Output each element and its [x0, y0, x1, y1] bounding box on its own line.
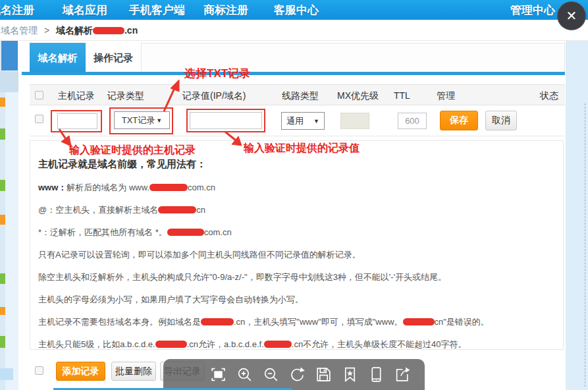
help-line: 主机头的字母必须为小写，如果用户填了大写字母会自动转换为小写。: [38, 294, 555, 306]
header-record-value: 记录值(IP/域名): [182, 90, 246, 102]
header-host-record: 主机记录: [58, 90, 95, 102]
record-table-header: 主机记录 记录类型 记录值(IP/域名) 线路类型 MX优先级 TTL 管理 状…: [30, 84, 565, 105]
zoom-out-icon[interactable]: [262, 366, 280, 383]
annotation-host-record-hint: 输入验证时提供的主机记录: [69, 144, 196, 157]
save-button[interactable]: 保存: [440, 111, 478, 130]
help-text-segment: 除空主机头和泛解析外，主机头的构成只允许"0-9/a-z/-"，即数字字母中划线…: [38, 272, 446, 282]
nav-item-domain-register[interactable]: 域名注册: [0, 3, 34, 18]
redacted-domain-scribble: [149, 184, 188, 191]
help-text-segment: com.cn: [188, 182, 215, 192]
help-line: 只有A记录可以设置轮询，即可以添加多个同主机头同线路但不同记录值的解析记录。: [38, 249, 555, 261]
left-edge-green-fragment: [0, 128, 5, 140]
header-ttl: TTL: [394, 90, 410, 101]
fit-screen-icon[interactable]: [209, 366, 227, 383]
cancel-button[interactable]: 取消: [485, 111, 517, 130]
left-edge-gray-fragment: [0, 71, 18, 92]
redacted-domain-scribble: [155, 341, 187, 348]
add-record-button[interactable]: 添加记录: [56, 362, 105, 381]
help-text-box: 主机记录就是域名前缀，常见用法有： www：解析后的域名为 www.com.cn…: [30, 140, 564, 350]
breadcrumb-separator: >: [44, 25, 49, 36]
footer-select-all-checkbox[interactable]: [35, 366, 43, 375]
help-line: *：泛解析，匹配其他所有域名 *。com.cn: [38, 227, 555, 238]
help-text-segment: .cn不允许，主机头单级长度不能超过40字符。: [292, 339, 467, 349]
tab-domain-resolution[interactable]: 域名解析: [30, 43, 86, 72]
left-edge-orange-fragment: [0, 307, 5, 315]
host-record-input[interactable]: [57, 113, 97, 129]
left-edge-orange-fragment: [0, 215, 5, 225]
breadcrumb-domain-management-link[interactable]: 域名管理: [1, 25, 38, 36]
header-record-type: 记录类型: [107, 90, 144, 102]
redacted-domain-scribble: [158, 206, 196, 213]
line-type-select[interactable]: 通用▼: [281, 112, 325, 130]
zoom-in-icon[interactable]: [236, 366, 254, 383]
left-edge-green-fragment: [0, 336, 5, 348]
bookmark-star-icon[interactable]: [341, 366, 359, 383]
nav-item-support[interactable]: 客服中心: [274, 3, 319, 18]
nav-item-domain-apps[interactable]: 域名应用: [63, 3, 107, 18]
help-text-segment: 主机头只能5级，比如a.b.c.d.e.: [38, 339, 155, 349]
chevron-down-icon: ▼: [156, 117, 162, 124]
management-center-label: 管理中心: [510, 4, 555, 16]
redacted-domain-scribble: [93, 27, 124, 34]
help-text-segment: cn"是错误的。: [435, 317, 489, 327]
left-edge-blue-fragment: [1, 41, 18, 70]
help-text-segment: 主机记录不需要包括域名本身。例如域名是: [38, 317, 201, 327]
tab-operation-log[interactable]: 操作记录: [86, 43, 142, 72]
help-line: @：空主机头，直接解析主域名cn: [38, 204, 555, 216]
tab-underline: [22, 72, 565, 75]
nav-item-mobile-client[interactable]: 手机客户端: [129, 3, 185, 18]
row-checkbox[interactable]: [35, 115, 43, 123]
left-edge-green-fragment: [0, 273, 5, 284]
nav-item-trademark[interactable]: 商标注册: [203, 3, 248, 18]
ttl-input[interactable]: [398, 113, 427, 129]
redacted-domain-scribble: [201, 318, 234, 325]
select-all-checkbox[interactable]: [35, 91, 43, 99]
record-type-select[interactable]: TXT记录▼: [114, 111, 170, 129]
annotation-select-txt-record: 选择TXT记录: [184, 66, 250, 81]
image-viewer-toolbar: [163, 359, 425, 390]
left-edge-green-fragment: [0, 180, 5, 191]
tab-strip: 域名解析 操作记录: [30, 43, 565, 72]
header-line-type: 线路类型: [282, 90, 319, 102]
dashed-capture-border: [585, 103, 585, 387]
underlying-page-left-edge: [0, 41, 18, 390]
help-line: 主机记录不需要包括域名本身。例如域名是.cn，主机头填写"www"即可，填写成"…: [38, 316, 555, 328]
close-icon: ✕: [566, 9, 577, 23]
help-text-segment: .cn，主机头填写"www"即可，填写成"www。: [234, 317, 403, 327]
rotate-icon[interactable]: [288, 366, 306, 383]
redacted-domain-scribble: [167, 229, 204, 236]
redacted-domain-scribble: [403, 318, 435, 325]
help-text-segment: com.cn: [204, 227, 232, 237]
help-text-segment: @：空主机头，直接解析主域名: [38, 205, 158, 215]
record-value-input[interactable]: [190, 112, 262, 129]
help-text-segment: 只有A记录可以设置轮询，即可以添加多个同主机头同线路但不同记录值的解析记录。: [38, 250, 361, 260]
annotation-record-value-hint: 输入验证时提供的记录值: [244, 142, 360, 155]
help-text-segment: 解析后的域名为 www.: [67, 182, 149, 192]
save-icon[interactable]: [315, 366, 333, 383]
share-icon[interactable]: [394, 366, 412, 383]
header-mx-priority: MX优先级: [337, 90, 379, 102]
record-type-value: TXT记录: [122, 115, 155, 126]
line-type-value: 通用: [286, 115, 304, 127]
close-button[interactable]: ✕: [557, 1, 586, 30]
help-line: www：解析后的域名为 www.com.cn: [38, 182, 555, 194]
help-lines: www：解析后的域名为 www.com.cn@：空主机头，直接解析主域名cn*：…: [38, 182, 555, 350]
breadcrumb-current-page: 域名解析: [56, 25, 93, 36]
help-text-segment: cn: [196, 205, 205, 215]
help-text-segment: 主机头的字母必须为小写，如果用户填了大写字母会自动转换为小写。: [38, 294, 304, 304]
help-text-segment: www：: [38, 182, 67, 192]
breadcrumb: 域名管理 > 域名解析.cn: [0, 20, 588, 41]
breadcrumb-domain-suffix: .cn: [124, 25, 138, 36]
mx-priority-input-disabled: [340, 113, 369, 129]
top-nav-bar: 域名注册 域名应用 手机客户端 商标注册 客服中心 管理中心▼: [0, 0, 588, 20]
batch-delete-button[interactable]: 批量删除: [111, 362, 156, 381]
help-text-segment: .cn允许，a.b.c.d.e.f.: [187, 339, 264, 349]
redacted-domain-scribble: [264, 341, 292, 348]
new-record-row: TXT记录▼ 通用▼ 保存 取消: [30, 105, 565, 136]
left-edge-blue-fragment: [0, 368, 13, 380]
screenshot-root: 域名注册 域名应用 手机客户端 商标注册 客服中心 管理中心▼ ✕ 域名管理 >…: [0, 0, 588, 390]
help-text-segment: *：泛解析，匹配其他所有域名 *。: [38, 227, 167, 237]
device-icon[interactable]: [367, 366, 385, 383]
help-title: 主机记录就是域名前缀，常见用法有：: [38, 158, 555, 171]
header-status: 状态: [540, 90, 558, 102]
